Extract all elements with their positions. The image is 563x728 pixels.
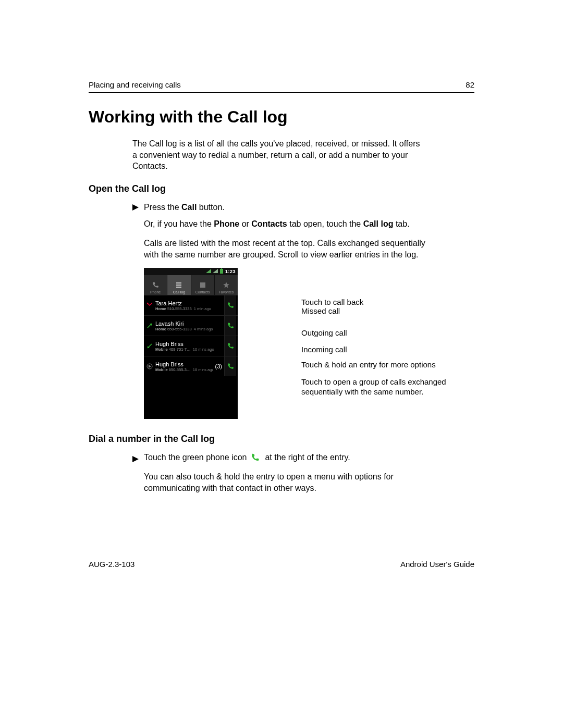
contacts-icon — [199, 280, 206, 290]
page-footer: AUG-2.3-103 Android User's Guide — [89, 560, 474, 569]
phone-screenshot: 1:23 Phone Call log — [144, 268, 238, 419]
group-call-icon — [146, 363, 153, 369]
text-fragment: Touch the green phone icon — [144, 453, 247, 462]
triangle-bullet-icon — [132, 204, 144, 211]
step-dial-1-text: Touch the green phone icon at the right … — [144, 452, 474, 465]
bold-fragment: Call log — [363, 219, 394, 228]
tab-label: Contacts — [195, 290, 210, 294]
bold-fragment: Call — [181, 203, 197, 212]
svg-rect-8 — [200, 282, 205, 288]
page-title: Working with the Call log — [89, 107, 474, 127]
text-fragment: Or, if you have the — [144, 219, 214, 228]
entry-name: Tara Hertz — [155, 300, 224, 306]
tab-favorites[interactable]: Favorites — [215, 275, 238, 295]
battery-icon — [219, 268, 224, 275]
missed-call-icon — [146, 302, 153, 309]
step-dial-1: Touch the green phone icon at the right … — [132, 452, 474, 465]
page: Placing and receiving calls 82 Working w… — [0, 0, 563, 728]
tab-contacts[interactable]: Contacts — [191, 275, 215, 295]
signal-icon — [213, 269, 218, 274]
entry-name: Hugh Briss — [155, 341, 224, 347]
incoming-call-icon — [146, 343, 153, 349]
entry-label: Mobile — [155, 367, 168, 372]
heading-dial-number: Dial a number in the Call log — [89, 434, 474, 445]
section-title: Placing and receiving calls — [89, 80, 181, 89]
svg-marker-2 — [213, 269, 218, 273]
svg-marker-28 — [132, 456, 139, 462]
phone-icon — [152, 280, 159, 290]
entry-number: 408-701-7… — [169, 347, 191, 352]
svg-marker-1 — [206, 269, 211, 273]
call-log-entry[interactable]: Lavash Kiri Home 650-555-3333 4 mins ago — [144, 315, 238, 336]
call-log-entry[interactable]: Hugh Briss Mobile 408-701-7… 10 mins ago — [144, 336, 238, 356]
text-fragment: at the right of the entry. — [265, 453, 350, 462]
entry-label: Home — [155, 327, 166, 331]
entry-meta: Mobile 650-555-3… 18 mins ago — [155, 367, 213, 372]
open-paragraph-2: Or, if you have the Phone or Contacts ta… — [144, 218, 436, 230]
entry-info: Tara Hertz Home 510-555-3333 1 min ago — [155, 300, 224, 311]
entry-meta: Home 510-555-3333 1 min ago — [155, 306, 224, 311]
signal-icon — [206, 269, 211, 274]
entry-meta: Home 650-555-3333 4 mins ago — [155, 327, 224, 331]
triangle-bullet-icon — [132, 456, 144, 462]
svg-rect-6 — [176, 285, 181, 286]
dial-button[interactable] — [224, 316, 236, 336]
entry-number: 650-555-3… — [169, 367, 191, 372]
entry-time: 18 mins ago — [193, 367, 213, 372]
callout-touch-call-back: Touch to call back — [301, 298, 363, 307]
svg-rect-4 — [221, 268, 222, 269]
entry-info: Lavash Kiri Home 650-555-3333 4 mins ago — [155, 320, 224, 331]
entry-number: 650-555-3333 — [167, 327, 192, 331]
entry-label: Home — [155, 306, 166, 311]
bold-fragment: Phone — [214, 219, 239, 228]
footer-doc-id: AUG-2.3-103 — [89, 560, 134, 569]
entry-meta: Mobile 408-701-7… 10 mins ago — [155, 347, 224, 352]
svg-rect-7 — [176, 287, 181, 288]
svg-marker-9 — [223, 282, 229, 289]
heading-open-call-log: Open the Call log — [89, 183, 474, 194]
callout-outgoing-call: Outgoing call — [301, 328, 347, 338]
tab-label: Phone — [150, 290, 161, 294]
dial-paragraph-2: You can also touch & hold the entry to o… — [144, 471, 436, 495]
tab-label: Call log — [173, 290, 185, 294]
green-phone-icon — [250, 453, 260, 465]
outgoing-call-icon — [146, 323, 153, 329]
svg-rect-5 — [176, 282, 181, 283]
status-time: 1:23 — [225, 269, 236, 274]
text-fragment: Press the — [144, 203, 181, 212]
text-fragment: tab. — [393, 219, 409, 228]
page-number: 82 — [466, 80, 474, 89]
dial-button[interactable] — [224, 295, 236, 315]
tab-call-log[interactable]: Call log — [167, 275, 191, 295]
content-area: Placing and receiving calls 82 Working w… — [89, 80, 474, 728]
call-log-entry[interactable]: Hugh Briss Mobile 650-555-3… 18 mins ago… — [144, 356, 238, 376]
dial-button[interactable] — [224, 336, 236, 356]
entry-name: Hugh Briss — [155, 361, 213, 367]
entry-time: 4 mins ago — [194, 327, 213, 331]
call-log-entry[interactable]: Tara Hertz Home 510-555-3333 1 min ago — [144, 295, 238, 315]
entry-info: Hugh Briss Mobile 408-701-7… 10 mins ago — [155, 341, 224, 352]
tab-phone[interactable]: Phone — [144, 275, 167, 295]
svg-marker-16 — [149, 365, 151, 368]
tab-label: Favorites — [218, 290, 234, 294]
entry-count: (3) — [213, 363, 224, 369]
entry-number: 510-555-3333 — [167, 306, 192, 311]
entry-name: Lavash Kiri — [155, 320, 224, 327]
callout-incoming-call: Incoming call — [301, 345, 347, 355]
text-fragment: tab open, touch the — [287, 219, 363, 228]
running-head: Placing and receiving calls 82 — [89, 80, 474, 93]
callout-touch-hold: Touch & hold an entry for more options — [301, 360, 436, 370]
status-bar: 1:23 — [144, 268, 238, 275]
svg-rect-3 — [220, 269, 223, 274]
entry-info: Hugh Briss Mobile 650-555-3… 18 mins ago — [155, 361, 213, 372]
text-fragment: button. — [197, 203, 224, 212]
text-fragment: or — [239, 219, 251, 228]
footer-doc-title: Android User's Guide — [400, 560, 474, 569]
dial-button[interactable] — [224, 356, 236, 376]
callout-open-group: Touch to open a group of calls exchanged… — [301, 377, 447, 397]
phone-figure: 1:23 Phone Call log — [144, 268, 474, 424]
list-icon — [175, 280, 182, 290]
entry-time: 1 min ago — [194, 306, 211, 311]
tab-bar: Phone Call log Contacts — [144, 275, 238, 295]
entry-label: Mobile — [155, 347, 168, 352]
